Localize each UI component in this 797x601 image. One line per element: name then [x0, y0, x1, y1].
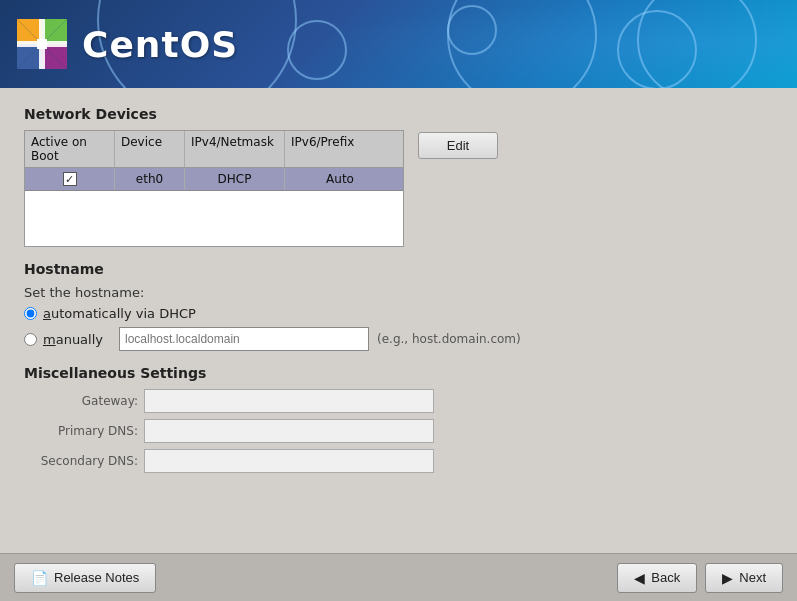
- radio-auto[interactable]: [24, 307, 37, 320]
- edit-button[interactable]: Edit: [418, 132, 498, 159]
- network-devices-section: Network Devices Active on Boot Device IP…: [24, 106, 773, 247]
- gateway-label: Gateway:: [24, 394, 144, 408]
- primary-dns-input[interactable]: [144, 419, 434, 443]
- next-button[interactable]: ▶ Next: [705, 563, 783, 593]
- logo-area: CentOS: [12, 14, 238, 74]
- gateway-row: Gateway:: [24, 389, 773, 413]
- secondary-dns-input[interactable]: [144, 449, 434, 473]
- cell-ipv4: DHCP: [185, 168, 285, 190]
- deco-circle-6: [287, 20, 347, 80]
- next-icon: ▶: [722, 570, 733, 586]
- release-notes-icon: 📄: [31, 570, 48, 586]
- hostname-title: Hostname: [24, 261, 773, 277]
- footer-left: 📄 Release Notes: [14, 563, 156, 593]
- svg-rect-10: [37, 39, 47, 49]
- primary-dns-row: Primary DNS:: [24, 419, 773, 443]
- deco-circle-2: [617, 10, 697, 88]
- footer-right: ◀ Back ▶ Next: [617, 563, 783, 593]
- col-device: Device: [115, 131, 185, 167]
- misc-settings-title: Miscellaneous Settings: [24, 365, 773, 381]
- auto-underline-char: a: [43, 306, 51, 321]
- secondary-dns-row: Secondary DNS:: [24, 449, 773, 473]
- manual-underline-char: m: [43, 332, 56, 347]
- back-label: Back: [651, 570, 680, 585]
- release-notes-button[interactable]: 📄 Release Notes: [14, 563, 156, 593]
- release-notes-label: Release Notes: [54, 570, 139, 585]
- centos-logo-icon: [12, 14, 72, 74]
- hostname-section: Hostname Set the hostname: automatically…: [24, 261, 773, 351]
- secondary-dns-label: Secondary DNS:: [24, 454, 144, 468]
- hostname-hint: (e.g., host.domain.com): [377, 332, 521, 346]
- cell-active-on-boot: ✓: [25, 168, 115, 190]
- deco-circle-4: [447, 5, 497, 55]
- cell-device: eth0: [115, 168, 185, 190]
- back-button[interactable]: ◀ Back: [617, 563, 697, 593]
- col-ipv6: IPv6/Prefix: [285, 131, 395, 167]
- network-devices-table: Active on Boot Device IPv4/Netmask IPv6/…: [24, 130, 404, 247]
- footer: 📄 Release Notes ◀ Back ▶ Next: [0, 553, 797, 601]
- network-devices-title: Network Devices: [24, 106, 404, 122]
- manual-label-text: anually: [56, 332, 103, 347]
- app-title: CentOS: [82, 24, 238, 65]
- manual-label[interactable]: manually: [43, 332, 103, 347]
- manually-row: manually (e.g., host.domain.com): [24, 327, 773, 351]
- radio-manual[interactable]: [24, 333, 37, 346]
- hostname-input[interactable]: [119, 327, 369, 351]
- auto-dhcp-label[interactable]: automatically via DHCP: [43, 306, 196, 321]
- auto-label-text: utomatically via DHCP: [51, 306, 196, 321]
- network-devices-buttons: Edit: [418, 106, 498, 159]
- back-icon: ◀: [634, 570, 645, 586]
- main-content: Network Devices Active on Boot Device IP…: [0, 88, 797, 493]
- col-ipv4: IPv4/Netmask: [185, 131, 285, 167]
- hostname-input-row: (e.g., host.domain.com): [119, 327, 521, 351]
- col-active-on-boot: Active on Boot: [25, 131, 115, 167]
- table-header-row: Active on Boot Device IPv4/Netmask IPv6/…: [25, 131, 403, 168]
- misc-settings-section: Miscellaneous Settings Gateway: Primary …: [24, 365, 773, 473]
- gateway-input[interactable]: [144, 389, 434, 413]
- table-row[interactable]: ✓ eth0 DHCP Auto: [25, 168, 403, 191]
- network-devices-left: Network Devices Active on Boot Device IP…: [24, 106, 404, 247]
- primary-dns-label: Primary DNS:: [24, 424, 144, 438]
- auto-dhcp-row: automatically via DHCP: [24, 306, 773, 321]
- checkbox-active[interactable]: ✓: [63, 172, 77, 186]
- header: CentOS: [0, 0, 797, 88]
- hostname-subtitle: Set the hostname:: [24, 285, 773, 300]
- cell-ipv6: Auto: [285, 168, 395, 190]
- next-label: Next: [739, 570, 766, 585]
- table-empty-area: [25, 191, 403, 246]
